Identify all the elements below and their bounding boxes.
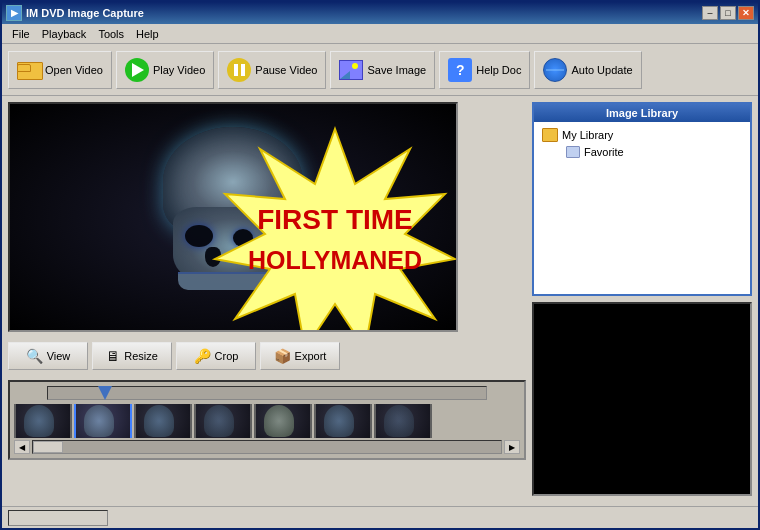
play-video-button[interactable]: Play Video <box>116 51 214 89</box>
export-label: Export <box>295 350 327 362</box>
library-content: My Library Favorite <box>534 122 750 164</box>
menu-file[interactable]: File <box>6 26 36 42</box>
preview-area <box>532 302 752 496</box>
save-image-label: Save Image <box>367 64 426 76</box>
help-doc-button[interactable]: ? Help Doc <box>439 51 530 89</box>
scrollbar-bottom: ◀ ▶ <box>14 440 520 454</box>
library-item-favorite[interactable]: Favorite <box>538 144 746 160</box>
main-window: ▶ IM DVD Image Capture – □ ✕ File Playba… <box>0 0 760 530</box>
help-doc-label: Help Doc <box>476 64 521 76</box>
maximize-button[interactable]: □ <box>720 6 736 20</box>
library-folder-icon <box>542 128 558 142</box>
menu-bar: File Playback Tools Help <box>2 24 758 44</box>
timeline-track[interactable] <box>47 386 487 400</box>
app-icon: ▶ <box>6 5 22 21</box>
title-bar: ▶ IM DVD Image Capture – □ ✕ <box>2 2 758 24</box>
help-icon: ? <box>448 58 472 82</box>
left-panel: FIRST TIME HOLLYMANED 🔍 View 🖥 Resize 🔑 <box>8 102 526 496</box>
my-library-label: My Library <box>562 129 613 141</box>
auto-update-button[interactable]: Auto Update <box>534 51 641 89</box>
scroll-left-arrow[interactable]: ◀ <box>14 440 30 454</box>
scroll-track[interactable] <box>32 440 502 454</box>
image-library: Image Library My Library Favorite <box>532 102 752 296</box>
menu-playback[interactable]: Playback <box>36 26 93 42</box>
filmstrip-thumb <box>136 404 190 438</box>
filmstrip-thumb <box>16 404 70 438</box>
svg-text:HOLLYMANED: HOLLYMANED <box>248 246 422 274</box>
filmstrip-skull <box>204 405 234 437</box>
filmstrip-item[interactable] <box>74 404 132 438</box>
action-buttons: 🔍 View 🖥 Resize 🔑 Crop 📦 Export <box>8 338 526 374</box>
filmstrip-skull <box>384 405 414 437</box>
export-button[interactable]: 📦 Export <box>260 342 340 370</box>
timeline-area[interactable]: ◀ ▶ <box>8 380 526 460</box>
filmstrip-item[interactable] <box>134 404 192 438</box>
filmstrip-skull <box>324 405 354 437</box>
filmstrip-thumb <box>76 404 130 438</box>
view-button[interactable]: 🔍 View <box>8 342 88 370</box>
folder-icon <box>17 60 41 80</box>
crop-label: Crop <box>215 350 239 362</box>
video-display[interactable]: FIRST TIME HOLLYMANED <box>8 102 458 332</box>
filmstrip-skull <box>144 405 174 437</box>
resize-button[interactable]: 🖥 Resize <box>92 342 172 370</box>
scroll-right-arrow[interactable]: ▶ <box>504 440 520 454</box>
status-bar <box>2 506 758 528</box>
save-image-icon <box>339 60 363 80</box>
library-title: Image Library <box>606 107 678 119</box>
pause-video-button[interactable]: Pause Video <box>218 51 326 89</box>
filmstrip-thumb <box>196 404 250 438</box>
filmstrip-skull <box>84 405 114 437</box>
timeline-thumb <box>98 386 112 400</box>
main-content: FIRST TIME HOLLYMANED 🔍 View 🖥 Resize 🔑 <box>2 96 758 502</box>
burst-overlay: FIRST TIME HOLLYMANED <box>210 134 458 332</box>
minimize-button[interactable]: – <box>702 6 718 20</box>
filmstrip-thumb <box>316 404 370 438</box>
resize-label: Resize <box>124 350 158 362</box>
filmstrip-skull <box>24 405 54 437</box>
title-bar-buttons: – □ ✕ <box>702 6 754 20</box>
toolbar: Open Video Play Video Pause Video Save I… <box>2 44 758 96</box>
slider-track <box>14 386 520 400</box>
filmstrip-item[interactable] <box>254 404 312 438</box>
filmstrip-item[interactable] <box>314 404 372 438</box>
save-image-button[interactable]: Save Image <box>330 51 435 89</box>
play-icon <box>125 58 149 82</box>
filmstrip-skull <box>264 405 294 437</box>
menu-help[interactable]: Help <box>130 26 165 42</box>
filmstrip-item[interactable] <box>374 404 432 438</box>
open-video-label: Open Video <box>45 64 103 76</box>
menu-tools[interactable]: Tools <box>92 26 130 42</box>
right-panel: Image Library My Library Favorite <box>532 102 752 496</box>
filmstrip-thumb <box>256 404 310 438</box>
filmstrip-item[interactable] <box>194 404 252 438</box>
filmstrip-thumb <box>376 404 430 438</box>
library-item-my-library[interactable]: My Library <box>538 126 746 144</box>
title-bar-left: ▶ IM DVD Image Capture <box>6 5 144 21</box>
favorite-label: Favorite <box>584 146 624 158</box>
pause-video-label: Pause Video <box>255 64 317 76</box>
filmstrip <box>14 404 520 438</box>
burst-svg: FIRST TIME HOLLYMANED <box>200 124 458 332</box>
open-video-button[interactable]: Open Video <box>8 51 112 89</box>
view-label: View <box>47 350 71 362</box>
svg-text:FIRST TIME: FIRST TIME <box>257 204 413 235</box>
globe-icon <box>543 58 567 82</box>
crop-button[interactable]: 🔑 Crop <box>176 342 256 370</box>
pause-icon <box>227 58 251 82</box>
scroll-thumb[interactable] <box>33 441 63 453</box>
status-panel <box>8 510 108 526</box>
close-button[interactable]: ✕ <box>738 6 754 20</box>
filmstrip-item[interactable] <box>14 404 72 438</box>
library-sub-icon <box>566 146 580 158</box>
play-video-label: Play Video <box>153 64 205 76</box>
auto-update-label: Auto Update <box>571 64 632 76</box>
library-header: Image Library <box>534 104 750 122</box>
window-title: IM DVD Image Capture <box>26 7 144 19</box>
